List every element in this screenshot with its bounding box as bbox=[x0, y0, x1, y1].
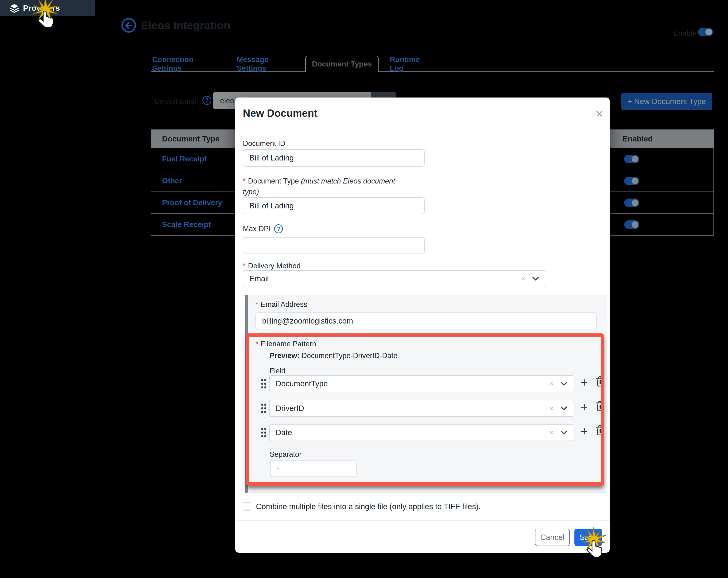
delivery-method-label-text: Delivery Method bbox=[248, 262, 301, 270]
separator-input[interactable]: - bbox=[270, 460, 357, 477]
enabled-toggle-proof-of-delivery[interactable] bbox=[624, 199, 639, 207]
layers-icon bbox=[9, 3, 19, 13]
max-dpi-label: Max DPI? bbox=[243, 224, 283, 233]
document-type-link[interactable]: Scale Receipt bbox=[162, 220, 211, 229]
email-address-label-text: Email Address bbox=[261, 300, 307, 308]
trash-icon[interactable] bbox=[595, 376, 604, 387]
chevron-down-icon[interactable] bbox=[560, 406, 567, 411]
tab-message-settings[interactable]: Message Settings bbox=[237, 56, 298, 71]
combine-files-checkbox[interactable] bbox=[243, 502, 251, 510]
column-enabled: Enabled bbox=[623, 134, 653, 143]
drag-handle-icon[interactable] bbox=[261, 378, 267, 389]
email-address-label: *Email Address bbox=[256, 300, 307, 309]
required-asterisk: * bbox=[243, 177, 245, 185]
document-type-link[interactable]: Fuel Receipt bbox=[162, 155, 207, 163]
back-arrow-icon[interactable] bbox=[121, 18, 136, 33]
tab-runtime-log[interactable]: Runtime Log bbox=[390, 56, 435, 71]
sidebar-item-providers[interactable]: Providers bbox=[0, 0, 95, 16]
chevron-down-icon[interactable] bbox=[532, 277, 539, 281]
column-document-type: Document Type bbox=[162, 134, 219, 143]
clear-icon[interactable]: × bbox=[549, 379, 554, 388]
enable-toggle[interactable] bbox=[698, 28, 713, 36]
field-label: Field bbox=[269, 367, 285, 375]
field-select-2[interactable]: DriverID × bbox=[269, 400, 574, 417]
chevron-down-icon[interactable] bbox=[560, 430, 567, 435]
preview-label: Preview: bbox=[269, 352, 300, 360]
tab-connection-settings[interactable]: Connection Settings bbox=[152, 56, 221, 71]
required-asterisk: * bbox=[256, 340, 258, 348]
drag-handle-icon[interactable] bbox=[261, 427, 267, 438]
document-type-label: *Document Type (must match Eleos documen… bbox=[243, 176, 412, 197]
toggle-knob bbox=[632, 200, 638, 206]
filename-preview: Preview: DocumentType-DriverID-Date bbox=[269, 352, 397, 360]
required-asterisk: * bbox=[256, 300, 258, 308]
combine-files-label: Combine multiple files into a single fil… bbox=[256, 502, 481, 511]
toggle-knob bbox=[632, 178, 638, 184]
new-document-modal: New Document ✕ Document ID Bill of Ladin… bbox=[235, 98, 609, 553]
document-type-link[interactable]: Proof of Delivery bbox=[162, 198, 222, 207]
toggle-knob bbox=[705, 29, 712, 35]
document-type-link[interactable]: Other bbox=[162, 176, 182, 185]
document-id-input[interactable]: Bill of Lading bbox=[243, 149, 424, 167]
email-address-input[interactable]: billing@zoomlogistics.com bbox=[256, 312, 597, 329]
cancel-button[interactable]: Cancel bbox=[535, 529, 570, 546]
document-id-label: Document ID bbox=[243, 139, 285, 148]
separator-label: Separator bbox=[269, 450, 302, 459]
add-field-button[interactable]: + bbox=[580, 376, 588, 388]
enabled-toggle-fuel-receipt[interactable] bbox=[624, 155, 639, 163]
field-select-1[interactable]: DocumentType × bbox=[269, 375, 574, 392]
help-icon[interactable]: ? bbox=[274, 224, 283, 233]
enable-label: Enable bbox=[674, 29, 696, 37]
max-dpi-input[interactable] bbox=[243, 237, 424, 254]
filename-pattern-label-text: Filename Pattern bbox=[261, 340, 316, 348]
tab-document-types[interactable]: Document Types bbox=[305, 56, 379, 72]
email-delivery-panel: *Email Address billing@zoomlogistics.com… bbox=[245, 295, 607, 493]
field-value: DriverID bbox=[276, 404, 304, 413]
sidebar-item-label: Providers bbox=[23, 3, 60, 13]
required-asterisk: * bbox=[243, 262, 245, 270]
screen: Eleos Integration Enable Connection Sett… bbox=[0, 0, 728, 578]
add-field-button[interactable]: + bbox=[580, 425, 588, 437]
clear-icon[interactable]: × bbox=[549, 404, 554, 413]
max-dpi-label-text: Max DPI bbox=[243, 225, 271, 233]
delivery-method-value: Email bbox=[250, 274, 269, 283]
save-button[interactable]: Save bbox=[574, 529, 602, 546]
trash-icon[interactable] bbox=[595, 401, 604, 411]
modal-header-divider bbox=[235, 130, 609, 130]
document-type-input[interactable]: Bill of Lading bbox=[243, 197, 424, 214]
page-title: Eleos Integration bbox=[141, 19, 230, 32]
filename-pattern-label: *Filename Pattern bbox=[256, 340, 316, 348]
clear-icon[interactable]: × bbox=[521, 274, 525, 283]
close-icon[interactable]: ✕ bbox=[595, 108, 604, 120]
field-value: Date bbox=[276, 428, 292, 437]
modal-title: New Document bbox=[243, 107, 317, 119]
document-type-label-text: Document Type bbox=[248, 177, 299, 185]
chevron-down-icon[interactable] bbox=[560, 382, 567, 386]
delivery-method-label: *Delivery Method bbox=[243, 262, 301, 270]
trash-icon[interactable] bbox=[595, 425, 604, 436]
toggle-knob bbox=[632, 221, 638, 228]
field-select-3[interactable]: Date × bbox=[269, 424, 574, 441]
clear-icon[interactable]: × bbox=[549, 428, 554, 437]
enabled-toggle-scale-receipt[interactable] bbox=[624, 220, 639, 229]
field-value: DocumentType bbox=[276, 379, 328, 388]
new-document-type-button[interactable]: + New Document Type bbox=[621, 93, 712, 110]
modal-footer-divider bbox=[235, 521, 609, 521]
default-email-label: Default Email bbox=[155, 97, 198, 106]
enabled-toggle-other[interactable] bbox=[624, 177, 639, 185]
add-field-button[interactable]: + bbox=[580, 401, 588, 413]
delivery-method-select[interactable]: Email × bbox=[243, 270, 546, 287]
preview-value: DocumentType-DriverID-Date bbox=[302, 352, 397, 360]
toggle-knob bbox=[632, 156, 638, 162]
drag-handle-icon[interactable] bbox=[261, 403, 267, 414]
help-icon[interactable]: ? bbox=[203, 96, 211, 105]
